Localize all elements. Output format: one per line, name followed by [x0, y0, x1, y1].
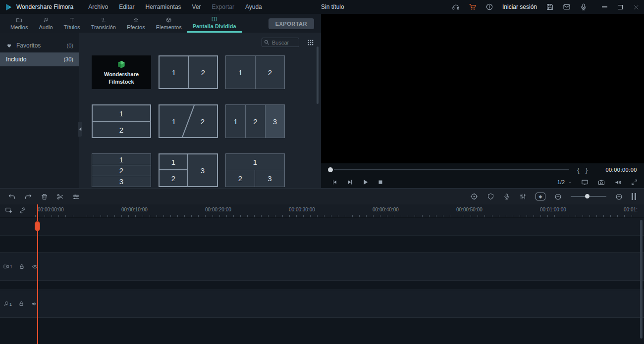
split-cell: 2: [226, 170, 255, 187]
split-cell: 1: [160, 154, 188, 170]
signin-button[interactable]: Iniciar sesión: [502, 3, 537, 10]
previous-frame-button[interactable]: [331, 179, 338, 186]
audio-track-id: 1: [3, 301, 12, 307]
template-split-vertical-2-boxes[interactable]: 1 2: [225, 55, 285, 89]
template-split-diagonal-2[interactable]: 1 2: [159, 104, 218, 138]
preview-pane: { } 00:00:00:00 1/2: [321, 14, 644, 188]
support-headset-icon[interactable]: [452, 3, 460, 11]
transition-icon: [100, 17, 107, 23]
undo-icon[interactable]: [8, 193, 16, 200]
fit-screen-icon[interactable]: [581, 179, 589, 186]
filmora-logo-icon: [5, 3, 12, 11]
save-icon[interactable]: [546, 3, 554, 11]
media-tabbar: Medios Audio Títulos Transición Efectos …: [0, 14, 321, 33]
speaker-icon[interactable]: [31, 301, 38, 307]
template-split-top1-bottom2[interactable]: 1 2 3: [225, 153, 285, 187]
sidebar-item-incluido[interactable]: Incluido (30): [0, 52, 79, 66]
snapshot-camera-icon[interactable]: [597, 179, 605, 186]
mark-in-icon[interactable]: {: [577, 166, 579, 174]
menu-archivo[interactable]: Archivo: [88, 3, 108, 10]
grid-view-icon[interactable]: [307, 39, 314, 46]
cart-icon[interactable]: [469, 3, 477, 11]
titles-icon: [68, 17, 76, 23]
split-cell: 1: [92, 154, 151, 165]
split-cell: 1: [160, 56, 188, 88]
split-cell: 3: [188, 154, 217, 186]
timeline-vertical-scrollbar[interactable]: [640, 220, 643, 339]
search-box[interactable]: [262, 38, 299, 47]
menu-herramientas[interactable]: Herramientas: [146, 3, 181, 10]
seek-handle[interactable]: [328, 167, 333, 172]
play-button[interactable]: [362, 179, 369, 186]
redo-icon[interactable]: [24, 193, 32, 200]
template-split-horizontal-2[interactable]: 1 2: [92, 104, 151, 138]
video-track-id: 1: [3, 264, 12, 269]
template-split-vertical-3[interactable]: 1 2 3: [225, 104, 285, 138]
close-button[interactable]: [628, 0, 644, 14]
microphone-icon[interactable]: [580, 3, 588, 11]
zoom-slider-knob[interactable]: [585, 194, 590, 198]
delete-icon[interactable]: [41, 193, 48, 200]
sidebar-item-favoritos[interactable]: Favoritos (0): [0, 39, 79, 52]
pause-icon[interactable]: [632, 193, 636, 200]
preview-zoom-value: 1/2: [557, 179, 565, 185]
timeline-top-strip: [0, 218, 644, 236]
next-frame-button[interactable]: [346, 179, 354, 186]
document-title: Sin título: [321, 3, 344, 10]
mail-icon[interactable]: [563, 3, 571, 11]
menu-editar[interactable]: Editar: [119, 3, 134, 10]
ruler-label: 00:00:50:00: [456, 207, 483, 212]
render-preview-icon[interactable]: [470, 193, 478, 200]
tab-audio[interactable]: Audio: [33, 14, 58, 33]
audio-track[interactable]: 1: [0, 290, 644, 318]
templates-scrollbar[interactable]: [317, 47, 319, 104]
split-cell: 2: [188, 105, 217, 137]
tab-pantalla-dividida[interactable]: Pantalla Dividida: [187, 14, 242, 33]
split-cell: 2: [160, 170, 188, 186]
video-track[interactable]: 1: [0, 252, 644, 281]
playhead-handle[interactable]: [35, 221, 40, 231]
zoom-in-icon[interactable]: [615, 193, 623, 200]
lock-icon[interactable]: [18, 300, 24, 307]
menu-ver[interactable]: Ver: [192, 3, 201, 10]
menu-exportar[interactable]: Exportar: [212, 3, 234, 10]
mark-out-icon[interactable]: }: [586, 166, 588, 174]
templates-panel: Wondershare Filmstock 1 2 1 2 1 2: [79, 33, 321, 188]
zoom-out-icon[interactable]: [554, 193, 562, 200]
lock-icon[interactable]: [19, 263, 25, 270]
audio-mixer-icon[interactable]: [519, 193, 527, 200]
export-button[interactable]: EXPORTAR: [268, 18, 314, 29]
split-screen-icon: [211, 16, 218, 22]
split-cell: 2: [245, 105, 265, 138]
filmstock-template[interactable]: Wondershare Filmstock: [92, 55, 151, 89]
minimize-button[interactable]: [596, 0, 612, 14]
preview-zoom-select[interactable]: 1/2: [557, 179, 572, 185]
volume-icon[interactable]: [614, 179, 622, 186]
fullscreen-icon[interactable]: [631, 179, 638, 186]
tab-titulos[interactable]: Títulos: [58, 14, 86, 33]
tab-medios[interactable]: Medios: [5, 14, 33, 33]
sidebar-collapse-handle[interactable]: [78, 122, 82, 137]
split-scissors-icon[interactable]: [56, 193, 64, 200]
template-split-vertical-2[interactable]: 1 2: [159, 55, 218, 89]
timeline-zoom-slider[interactable]: [571, 196, 606, 197]
template-split-horizontal-3[interactable]: 1 2 3: [92, 153, 151, 187]
tab-transicion[interactable]: Transición: [86, 14, 121, 33]
audio-track-header: 1: [0, 300, 38, 307]
tab-elementos[interactable]: Elementos: [151, 14, 187, 33]
keyframe-icon[interactable]: ◆: [536, 193, 545, 200]
timeline-tracks[interactable]: 1 1: [0, 218, 644, 344]
mask-shield-icon[interactable]: [487, 193, 494, 200]
advanced-settings-icon[interactable]: [72, 193, 80, 200]
info-icon[interactable]: [485, 3, 493, 11]
ruler-label: 00:00:20:00: [205, 207, 231, 212]
template-split-left2-right1[interactable]: 1 3 2: [159, 153, 218, 187]
menu-ayuda[interactable]: Ayuda: [245, 3, 262, 10]
timeline-ruler[interactable]: 00:00:00:00 00:00:10:00 00:00:20:00 00:0…: [0, 204, 644, 218]
seek-track[interactable]: [334, 169, 569, 170]
voiceover-mic-icon[interactable]: [503, 193, 510, 200]
maximize-button[interactable]: [612, 0, 628, 14]
stop-button[interactable]: [377, 179, 384, 186]
split-cell: 1: [226, 105, 245, 138]
tab-efectos[interactable]: Efectos: [121, 14, 151, 33]
